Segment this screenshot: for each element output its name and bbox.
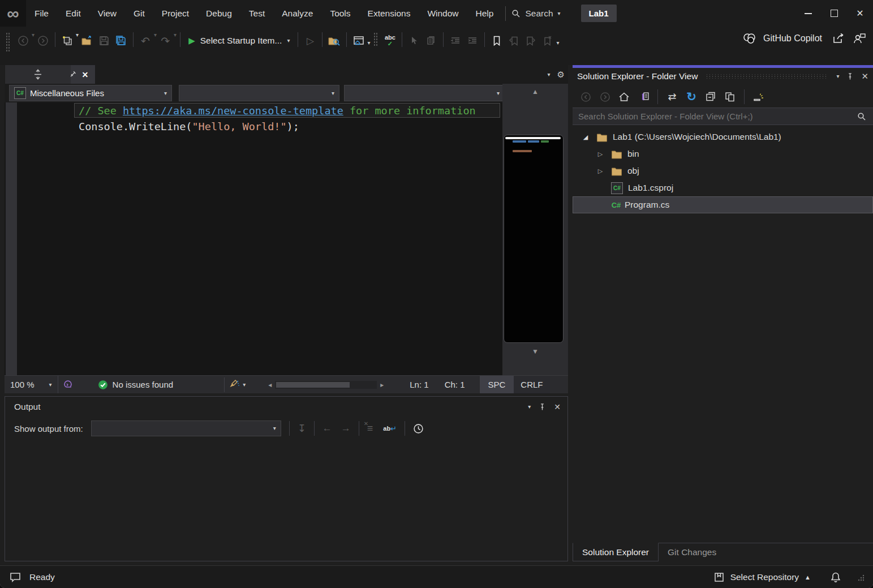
hscroll-right-icon[interactable]: ▸	[380, 381, 384, 389]
comment-link[interactable]: https://aka.ms/new-console-template	[123, 105, 343, 117]
tree-row-obj[interactable]: ▷ obj	[573, 162, 873, 179]
clear-bookmarks-button[interactable]	[539, 32, 556, 49]
se-home-button[interactable]	[616, 88, 633, 105]
word-wrap-icon[interactable]: ab↵	[383, 425, 397, 432]
save-button[interactable]	[96, 32, 113, 49]
editor-split-handle[interactable]	[5, 65, 71, 84]
se-back-button[interactable]	[577, 88, 594, 105]
menu-view[interactable]: View	[89, 0, 125, 27]
undo-button[interactable]: ↶	[137, 32, 154, 49]
share-icon[interactable]	[832, 33, 846, 44]
close-icon[interactable]: ✕	[861, 71, 868, 81]
menu-project[interactable]: Project	[153, 0, 197, 27]
redo-button[interactable]: ↷	[157, 32, 174, 49]
live-share-dropdown[interactable]: ▾	[367, 40, 370, 46]
line-indicator[interactable]: Ln: 1	[410, 380, 428, 389]
redo-dropdown[interactable]: ▾	[174, 32, 177, 38]
save-all-button[interactable]	[113, 32, 130, 49]
close-button[interactable]: ✕	[847, 0, 873, 27]
column-indicator[interactable]: Ch: 1	[445, 380, 465, 389]
se-developer-command-prompt-button[interactable]	[750, 88, 767, 105]
navigate-back-button[interactable]	[15, 32, 32, 49]
output-title-bar[interactable]: Output ▾ ✕	[5, 397, 567, 417]
window-position-dropdown-icon[interactable]: ▾	[836, 74, 839, 79]
increase-indent-button[interactable]	[464, 32, 481, 49]
menu-analyze[interactable]: Analyze	[273, 0, 321, 27]
tree-row-csproj[interactable]: C# Lab1.csproj	[573, 179, 873, 196]
code-line-2[interactable]: Console.WriteLine("Hello, World!");	[79, 119, 299, 134]
line-endings-indicator[interactable]: CRLF	[513, 376, 549, 393]
se-sync-button[interactable]: ⇄	[664, 88, 681, 105]
spell-checker-button[interactable]: abc ✓	[381, 32, 398, 49]
expander-collapsed-icon[interactable]: ▷	[596, 168, 604, 175]
tab-git-changes[interactable]: Git Changes	[659, 543, 725, 561]
expander-expanded-icon[interactable]: ◢	[582, 134, 590, 141]
timestamp-clock-icon[interactable]	[413, 423, 424, 434]
se-refresh-button[interactable]: ↻	[683, 88, 700, 105]
window-position-dropdown-icon[interactable]: ▾	[528, 404, 531, 410]
code-cleanup-broom-icon[interactable]	[228, 379, 240, 390]
toggle-bookmark-button[interactable]	[488, 32, 505, 49]
scroll-down-icon[interactable]: ▼	[502, 347, 568, 355]
project-dropdown[interactable]: C# Miscellaneous Files ▾	[9, 85, 172, 101]
select-startup-item-button[interactable]: ▶ Select Startup Item... ▾	[184, 32, 294, 49]
se-show-all-files-button[interactable]	[721, 88, 738, 105]
horizontal-scrollbar[interactable]	[275, 381, 377, 389]
maximize-button[interactable]	[821, 0, 847, 27]
horizontal-scrollbar-thumb[interactable]	[276, 382, 350, 388]
tree-row-bin[interactable]: ▷ bin	[573, 145, 873, 162]
previous-bookmark-button[interactable]	[505, 32, 522, 49]
editor-gutter[interactable]	[6, 102, 17, 375]
member-dropdown[interactable]: ▾	[344, 85, 505, 101]
toolbar-grip[interactable]	[373, 32, 378, 47]
minimap[interactable]	[504, 135, 564, 343]
code-line-1[interactable]: // See https://aka.ms/new-console-templa…	[74, 103, 500, 118]
clear-all-icon[interactable]: ≡✕	[367, 423, 373, 435]
editor-options-gear-icon[interactable]: ⚙	[557, 70, 565, 80]
code-cleanup-dropdown[interactable]: ▾	[243, 382, 246, 388]
next-bookmark-button[interactable]	[522, 32, 539, 49]
menu-git[interactable]: Git	[125, 0, 153, 27]
health-check-icon[interactable]	[98, 380, 108, 390]
panel-drag-texture[interactable]	[706, 74, 828, 79]
zoom-selector[interactable]: 100 % ▾	[5, 376, 58, 393]
copy-structure-button[interactable]	[423, 32, 440, 49]
hscroll-left-icon[interactable]: ◂	[268, 381, 272, 389]
minimize-button[interactable]	[795, 0, 821, 27]
solution-explorer-title-bar[interactable]: Solution Explorer - Folder View ▾ ✕	[573, 68, 873, 85]
select-element-button[interactable]	[406, 32, 423, 49]
menu-window[interactable]: Window	[419, 0, 467, 27]
search-icon[interactable]	[857, 112, 866, 121]
code-editor[interactable]: // See https://aka.ms/new-console-templa…	[5, 102, 502, 375]
previous-message-icon[interactable]: ←	[322, 423, 332, 434]
menu-file[interactable]: File	[26, 0, 57, 27]
bookmarks-dropdown[interactable]: ▾	[556, 40, 559, 46]
menu-tools[interactable]: Tools	[321, 0, 359, 27]
issues-status-label[interactable]: No issues found	[113, 380, 174, 389]
tab-solution-explorer[interactable]: Solution Explorer	[573, 543, 659, 561]
find-in-files-button[interactable]	[326, 32, 343, 49]
toolbar-grip[interactable]	[6, 32, 10, 51]
output-source-dropdown[interactable]: ▾	[91, 420, 281, 436]
document-list-dropdown-icon[interactable]: ▾	[548, 72, 551, 78]
open-file-button[interactable]	[79, 32, 96, 49]
menu-help[interactable]: Help	[467, 0, 502, 27]
search-control[interactable]: Search ▾	[506, 8, 566, 19]
send-feedback-icon[interactable]	[853, 33, 866, 44]
expander-collapsed-icon[interactable]: ▷	[596, 151, 604, 158]
run-without-debugging-button[interactable]: ▷	[302, 32, 319, 49]
menu-debug[interactable]: Debug	[197, 0, 240, 27]
menu-test[interactable]: Test	[240, 0, 273, 27]
intellicode-icon[interactable]	[63, 380, 73, 390]
new-project-button[interactable]	[59, 32, 76, 49]
tree-row-root[interactable]: ◢ Lab1 (C:\Users\Wojciech\Documents\Lab1…	[573, 128, 873, 145]
goto-message-icon[interactable]: ↧	[298, 422, 306, 435]
close-icon[interactable]: ✕	[554, 402, 561, 411]
navigate-forward-button[interactable]	[35, 32, 51, 49]
tab-close-icon[interactable]: ✕	[82, 70, 89, 79]
resize-grip-icon[interactable]	[856, 573, 865, 582]
vertical-splitter[interactable]	[568, 65, 573, 561]
notifications-bell-icon[interactable]	[830, 572, 841, 583]
se-collapse-all-button[interactable]	[702, 88, 719, 105]
pin-icon[interactable]	[846, 72, 854, 80]
